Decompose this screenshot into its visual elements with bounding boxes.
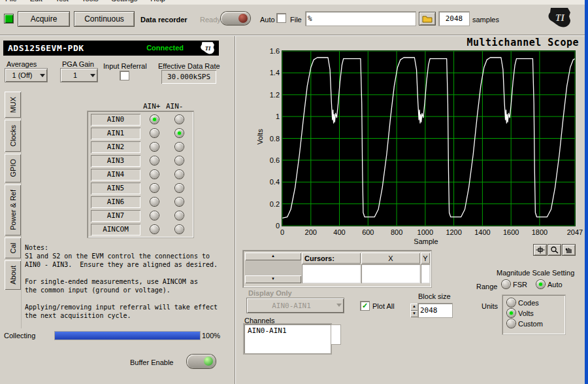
mux-ain6-ainplus-radio[interactable]: [150, 198, 159, 206]
mux-row-label: AIN3: [91, 155, 140, 167]
mux-ain5-ainplus-radio[interactable]: [150, 184, 159, 192]
cursor-y-cell[interactable]: [421, 264, 430, 283]
recorder-toggle[interactable]: [221, 12, 250, 25]
scroll-down-icon[interactable]: ▼: [245, 275, 301, 283]
samples-input[interactable]: 2048: [439, 12, 469, 26]
folder-icon: [422, 15, 433, 23]
file-path-input[interactable]: %: [306, 12, 416, 26]
browse-folder-button[interactable]: [419, 12, 436, 26]
units-codes-radio[interactable]: [507, 298, 515, 307]
tab-clocks[interactable]: Clocks: [5, 120, 21, 152]
x-tick-label: 1800: [527, 228, 553, 236]
input-referral-checkbox[interactable]: [120, 71, 129, 80]
averages-label: Averages: [7, 60, 37, 68]
x-tick-label: 800: [384, 228, 410, 236]
acquire-button[interactable]: Acquire: [18, 11, 70, 27]
units-option-custom[interactable]: Custom: [507, 319, 561, 328]
graph-tool-palette: [533, 244, 576, 256]
data-recorder-label: Data recorder: [140, 16, 188, 24]
y-tick-label: 1: [259, 113, 280, 120]
tab-about[interactable]: About: [5, 260, 21, 290]
tab-label: Cal: [9, 243, 17, 254]
cursors-header: Cursors:: [302, 253, 361, 264]
mux-ain6-ainminus-radio[interactable]: [175, 198, 184, 206]
x-tick-label: 0: [269, 228, 295, 236]
menu-item-test[interactable]: Test: [56, 0, 69, 3]
tab-power-ref[interactable]: Power & Ref: [5, 184, 21, 236]
menu-item-tools[interactable]: Tools: [82, 0, 99, 3]
units-volts-radio[interactable]: [507, 309, 515, 317]
menu-item-help[interactable]: Help: [150, 0, 165, 3]
averages-value: 1 (Off): [12, 71, 33, 79]
mux-ain1-ainplus-radio[interactable]: [150, 129, 159, 137]
buffer-enable-toggle[interactable]: [187, 355, 216, 368]
decrement-icon[interactable]: ▼: [410, 311, 418, 318]
menu-item-file[interactable]: File: [5, 0, 17, 3]
samples-label: samples: [472, 16, 499, 24]
x-tick-label: 400: [327, 228, 353, 236]
device-title: ADS1256EVM-PDK: [8, 43, 84, 53]
range-option-fsr[interactable]: FSR: [502, 280, 527, 288]
notes-text: Notes: S1 and S2 on the EVM control the …: [25, 243, 217, 320]
mux-row-ain3: AIN3: [88, 154, 193, 167]
tab-gpio[interactable]: GPIO: [5, 154, 21, 183]
units-option-codes[interactable]: Codes: [507, 298, 561, 307]
tab-mux[interactable]: MUX: [5, 92, 21, 118]
range-option-auto[interactable]: Auto: [536, 280, 563, 288]
units-custom-radio[interactable]: [507, 319, 515, 328]
continuous-button[interactable]: Continuous: [74, 11, 135, 27]
mux-row-label: AIN7: [91, 210, 140, 222]
mux-ain2-ainminus-radio[interactable]: [175, 143, 184, 151]
pga-gain-label: PGA Gain: [62, 60, 94, 68]
range-fsr-radio[interactable]: [502, 280, 510, 288]
mux-header-plus: AIN+: [143, 102, 161, 111]
collecting-progress-bar: [55, 332, 200, 340]
averages-dropdown[interactable]: 1 (Off): [5, 69, 47, 82]
x-tick-label: 1200: [441, 228, 467, 236]
plot-all-checkbox[interactable]: ✓: [361, 302, 369, 310]
channels-scrollbar[interactable]: [331, 325, 340, 344]
mux-ain3-ainplus-radio[interactable]: [150, 156, 159, 165]
pga-gain-dropdown[interactable]: 1: [61, 69, 97, 82]
scroll-up-icon[interactable]: ▲: [245, 253, 301, 260]
mux-aincom-ainplus-radio[interactable]: [150, 225, 159, 234]
tab-cal[interactable]: Cal: [5, 237, 21, 259]
mux-aincom-ainminus-radio[interactable]: [175, 225, 184, 234]
cursor-name-cell[interactable]: [302, 264, 361, 283]
mux-ain0-ainplus-radio[interactable]: [150, 115, 159, 124]
mux-ain1-ainminus-radio[interactable]: [175, 129, 184, 137]
display-only-label: Display Only: [248, 289, 292, 297]
cursor-x-header: X: [361, 253, 420, 264]
increment-icon[interactable]: ▲: [410, 304, 418, 311]
menu-item-settings[interactable]: Settings: [112, 0, 138, 3]
mux-ain2-ainplus-radio[interactable]: [150, 143, 159, 151]
graph-pan-tool-button[interactable]: [562, 244, 576, 256]
mux-ain4-ainplus-radio[interactable]: [150, 170, 159, 179]
display-only-dropdown[interactable]: AIN0-AIN1: [247, 298, 344, 313]
y-tick-label: 0.2: [259, 200, 280, 208]
mux-ain7-ainplus-radio[interactable]: [150, 211, 159, 220]
menu-item-edit[interactable]: Edit: [30, 0, 42, 3]
channel-item[interactable]: AIN0-AIN1: [246, 326, 329, 336]
mux-ain5-ainminus-radio[interactable]: [175, 184, 184, 192]
mux-ain0-ainminus-radio[interactable]: [175, 115, 184, 124]
mux-row-ain1: AIN1: [88, 126, 193, 140]
cursor-x-cell[interactable]: [361, 264, 420, 283]
x-tick-label: 1000: [412, 228, 438, 236]
range-auto-radio[interactable]: [536, 280, 545, 288]
graph-zoom-tool-button[interactable]: [547, 244, 561, 256]
mux-ain4-ainminus-radio[interactable]: [175, 170, 184, 179]
device-header: ADS1256EVM-PDK Connected TI: [3, 41, 219, 56]
connected-status: Connected: [146, 44, 184, 52]
block-size-input[interactable]: 2048: [418, 304, 452, 317]
cursors-scrollbar[interactable]: ▲ ▼: [245, 253, 301, 283]
input-referral-label: Input Referral: [103, 62, 158, 70]
units-option-volts[interactable]: Volts: [507, 309, 561, 317]
mux-ain3-ainminus-radio[interactable]: [175, 156, 184, 165]
graph-cursor-tool-button[interactable]: [533, 244, 547, 256]
units-options: CodesVoltsCustom: [502, 295, 565, 334]
auto-checkbox[interactable]: [277, 14, 286, 22]
y-tick-label: 1.4: [259, 69, 280, 77]
mux-ain7-ainminus-radio[interactable]: [175, 211, 184, 220]
tab-label: Clocks: [9, 125, 17, 147]
